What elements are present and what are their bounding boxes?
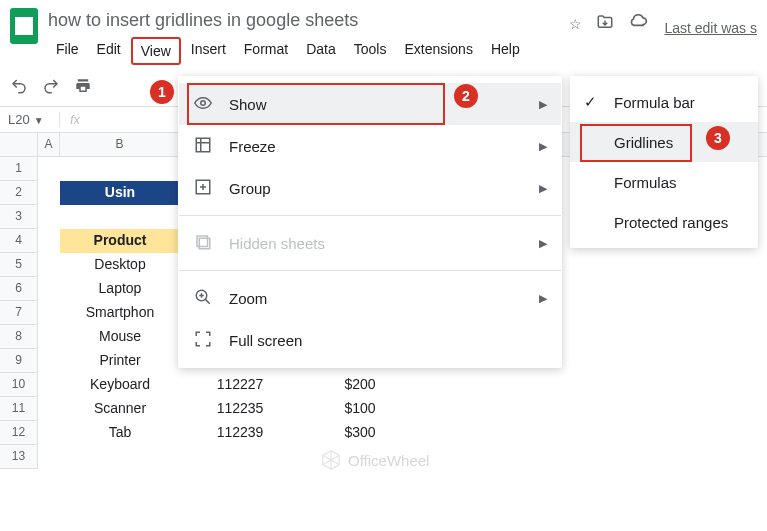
view-zoom-item[interactable]: Zoom ▶	[179, 277, 561, 319]
chevron-right-icon: ▶	[539, 140, 547, 153]
cell[interactable]	[38, 397, 60, 421]
view-group-item[interactable]: Group ▶	[179, 167, 561, 209]
name-box-arrow-icon: ▼	[34, 115, 44, 126]
last-edit-link[interactable]: Last edit was s	[664, 8, 757, 36]
row-header[interactable]: 13	[0, 445, 38, 469]
view-dropdown: Show ▶ Freeze ▶ Group ▶ Hidden sheets ▶ …	[178, 76, 562, 368]
svg-rect-1	[196, 138, 210, 152]
chevron-right-icon: ▶	[539, 292, 547, 305]
menu-edit[interactable]: Edit	[89, 37, 129, 65]
row-headers: 1 2 3 4 5 6 7 8 9 10 11 12 13	[0, 157, 38, 469]
move-to-folder-icon[interactable]	[596, 13, 614, 34]
eye-icon	[193, 94, 213, 115]
chevron-right-icon: ▶	[539, 182, 547, 195]
cell[interactable]	[38, 445, 60, 469]
redo-icon[interactable]	[42, 77, 60, 98]
cell[interactable]: Tab	[60, 421, 180, 445]
show-submenu: ✓ Formula bar Gridlines Formulas Protect…	[570, 76, 758, 248]
cell[interactable]	[38, 157, 60, 181]
cell[interactable]: $300	[300, 421, 420, 445]
view-fullscreen-item[interactable]: Full screen	[179, 319, 561, 361]
row-header[interactable]: 12	[0, 421, 38, 445]
select-all-corner[interactable]	[0, 133, 38, 156]
view-freeze-item[interactable]: Freeze ▶	[179, 125, 561, 167]
menu-insert[interactable]: Insert	[183, 37, 234, 65]
col-header-b[interactable]: B	[60, 133, 180, 156]
annotation-badge-1: 1	[150, 80, 174, 104]
row-header[interactable]: 4	[0, 229, 38, 253]
zoom-icon	[193, 288, 213, 309]
row-header[interactable]: 1	[0, 157, 38, 181]
row-header[interactable]: 2	[0, 181, 38, 205]
fx-label: fx	[60, 112, 90, 127]
star-icon[interactable]: ☆	[569, 16, 582, 32]
cell[interactable]	[38, 277, 60, 301]
name-box[interactable]: L20▼	[0, 112, 60, 127]
menu-data[interactable]: Data	[298, 37, 344, 65]
view-hidden-sheets-item: Hidden sheets ▶	[179, 222, 561, 264]
cell[interactable]	[38, 349, 60, 373]
menu-view[interactable]: View	[131, 37, 181, 65]
cell[interactable]: Usin	[60, 181, 180, 205]
cell[interactable]: Printer	[60, 349, 180, 373]
menu-file[interactable]: File	[48, 37, 87, 65]
submenu-protected-ranges[interactable]: Protected ranges	[570, 202, 758, 242]
menu-format[interactable]: Format	[236, 37, 296, 65]
fullscreen-icon	[193, 330, 213, 351]
row-header[interactable]: 6	[0, 277, 38, 301]
row-header[interactable]: 9	[0, 349, 38, 373]
menu-extensions[interactable]: Extensions	[396, 37, 480, 65]
row-header[interactable]: 3	[0, 205, 38, 229]
cell[interactable]: $100	[300, 397, 420, 421]
menu-help[interactable]: Help	[483, 37, 528, 65]
submenu-formulas[interactable]: Formulas	[570, 162, 758, 202]
chevron-right-icon: ▶	[539, 237, 547, 250]
cell[interactable]: Laptop	[60, 277, 180, 301]
cell[interactable]	[38, 181, 60, 205]
submenu-formula-bar[interactable]: ✓ Formula bar	[570, 82, 758, 122]
menubar: File Edit View Insert Format Data Tools …	[48, 37, 559, 65]
freeze-icon	[193, 136, 213, 157]
cell[interactable]: Keyboard	[60, 373, 180, 397]
submenu-gridlines[interactable]: Gridlines	[570, 122, 758, 162]
cell[interactable]: Mouse	[60, 325, 180, 349]
cell[interactable]: 112239	[180, 421, 300, 445]
cell[interactable]	[60, 205, 180, 229]
cell[interactable]	[38, 229, 60, 253]
separator	[179, 270, 561, 271]
cell[interactable]: Scanner	[60, 397, 180, 421]
print-icon[interactable]	[74, 77, 92, 98]
cell[interactable]: Smartphon	[60, 301, 180, 325]
row-header[interactable]: 7	[0, 301, 38, 325]
cell[interactable]	[38, 253, 60, 277]
col-header-a[interactable]: A	[38, 133, 60, 156]
cell[interactable]: 112227	[180, 373, 300, 397]
row-header[interactable]: 10	[0, 373, 38, 397]
check-icon: ✓	[584, 93, 602, 111]
undo-icon[interactable]	[10, 77, 28, 98]
cell[interactable]: Product	[60, 229, 180, 253]
cell[interactable]	[38, 205, 60, 229]
annotation-badge-2: 2	[454, 84, 478, 108]
document-title[interactable]: how to insert gridlines in google sheets	[48, 8, 559, 37]
menu-tools[interactable]: Tools	[346, 37, 395, 65]
cell[interactable]	[38, 325, 60, 349]
hidden-sheets-icon	[193, 233, 213, 254]
annotation-badge-3: 3	[706, 126, 730, 150]
chevron-right-icon: ▶	[539, 98, 547, 111]
cell[interactable]: 112235	[180, 397, 300, 421]
group-icon	[193, 178, 213, 199]
row-header[interactable]: 8	[0, 325, 38, 349]
cell[interactable]	[38, 421, 60, 445]
cell[interactable]	[38, 301, 60, 325]
row-header[interactable]: 11	[0, 397, 38, 421]
cell[interactable]: Desktop	[60, 253, 180, 277]
sheets-logo[interactable]	[10, 8, 38, 44]
cell[interactable]: $200	[300, 373, 420, 397]
cloud-icon[interactable]	[628, 12, 648, 35]
row-header[interactable]: 5	[0, 253, 38, 277]
cell[interactable]	[38, 373, 60, 397]
cell[interactable]	[60, 157, 180, 181]
watermark: OfficeWheel	[320, 449, 429, 471]
view-show-item[interactable]: Show ▶	[179, 83, 561, 125]
